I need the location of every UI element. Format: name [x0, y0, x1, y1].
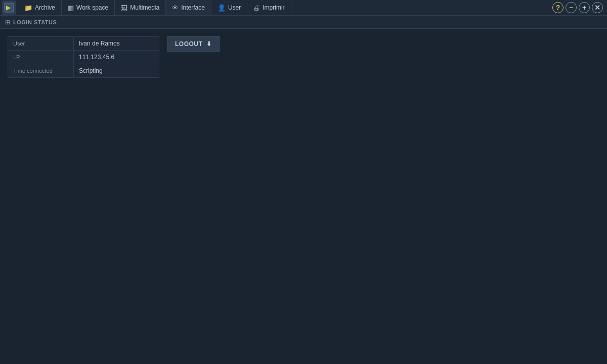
- logout-label: LOGOUT: [175, 40, 202, 48]
- minimize-button[interactable]: −: [566, 2, 577, 13]
- help-button[interactable]: ?: [552, 2, 563, 13]
- ip-label-cell: I.P.: [8, 51, 74, 64]
- section-header: ⊞ LOGIN STATUS: [0, 16, 607, 29]
- window-controls: ? − + ✕: [552, 2, 605, 13]
- user-icon: 👤: [218, 4, 226, 12]
- login-status-table: User Ivan de Ramos I.P. 111.123.45.6 Tim…: [8, 36, 159, 78]
- app-logo: ▶: [2, 1, 16, 15]
- table-row: User Ivan de Ramos: [8, 37, 159, 51]
- interface-icon: 👁: [172, 4, 179, 12]
- maximize-button[interactable]: +: [579, 2, 590, 13]
- section-icon: ⊞: [5, 19, 10, 26]
- user-value-cell: Ivan de Ramos: [74, 37, 159, 51]
- table-row: Time connected Scripting: [8, 64, 159, 78]
- logout-button[interactable]: LOGOUT ⬇: [167, 36, 220, 52]
- table-row: I.P. 111.123.45.6: [8, 51, 159, 64]
- workspace-icon: ▦: [68, 4, 74, 12]
- close-button[interactable]: ✕: [592, 2, 603, 13]
- interface-label: Interface: [181, 4, 205, 11]
- menu-item-workspace[interactable]: ▦ Work space: [62, 0, 115, 15]
- menu-items-container: 📁 Archive ▦ Work space 🖼 Multimedia 👁 In…: [18, 0, 552, 15]
- time-label-cell: Time connected: [8, 64, 74, 78]
- menu-item-multimedia[interactable]: 🖼 Multimedia: [115, 0, 166, 15]
- menu-item-archive[interactable]: 📁 Archive: [18, 0, 62, 15]
- menu-item-interface[interactable]: 👁 Interface: [166, 0, 211, 15]
- archive-icon: 📁: [24, 4, 32, 12]
- info-and-logout: User Ivan de Ramos I.P. 111.123.45.6 Tim…: [8, 36, 599, 78]
- archive-label: Archive: [35, 4, 55, 11]
- imprimir-icon: 🖨: [253, 4, 260, 12]
- section-title: LOGIN STATUS: [13, 19, 57, 25]
- imprimir-label: Imprimir: [263, 4, 284, 11]
- multimedia-label: Multimedia: [130, 4, 159, 11]
- menu-item-imprimir[interactable]: 🖨 Imprimir: [247, 0, 291, 15]
- workspace-label: Work space: [76, 4, 108, 11]
- time-value-cell: Scripting: [74, 64, 159, 78]
- multimedia-icon: 🖼: [121, 4, 127, 12]
- logout-icon: ⬇: [206, 40, 212, 48]
- user-label: User: [228, 4, 241, 11]
- menu-item-user[interactable]: 👤 User: [211, 0, 247, 15]
- main-content: User Ivan de Ramos I.P. 111.123.45.6 Tim…: [0, 29, 607, 85]
- menubar: ▶ 📁 Archive ▦ Work space 🖼 Multimedia 👁 …: [0, 0, 607, 16]
- user-label-cell: User: [8, 37, 74, 51]
- ip-value-cell: 111.123.45.6: [74, 51, 159, 64]
